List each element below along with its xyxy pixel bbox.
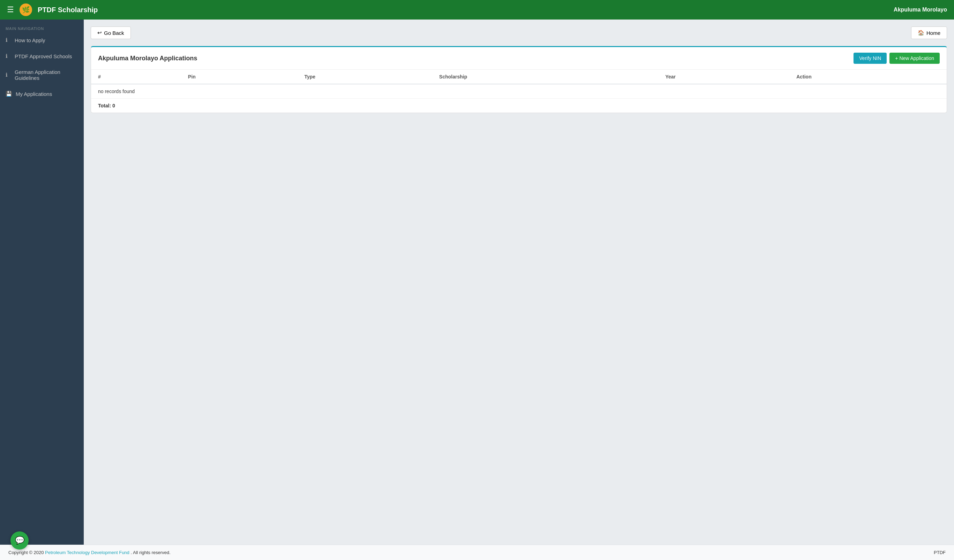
hamburger-button[interactable]: ☰: [7, 5, 14, 14]
chat-icon: 💬: [15, 536, 25, 545]
navbar: ☰ 🌿 PTDF Scholarship Akpuluma Morolayo: [0, 0, 954, 20]
top-bar: ↩ Go Back 🏠 Home: [91, 26, 947, 39]
applications-card: Akpuluma Morolayo Applications Verify NI…: [91, 46, 947, 113]
main-content: ↩ Go Back 🏠 Home Akpuluma Morolayo Appli…: [84, 20, 954, 544]
card-title: Akpuluma Morolayo Applications: [98, 55, 197, 62]
card-actions: Verify NIN + New Application: [854, 53, 940, 64]
hamburger-icon: ☰: [7, 5, 14, 14]
info-icon-2: ℹ: [6, 53, 11, 59]
home-label: Home: [926, 30, 940, 36]
sidebar-label-german-application-guidelines: German Application Guidelines: [15, 69, 78, 81]
info-icon-3: ℹ: [6, 72, 11, 78]
navbar-user: Akpuluma Morolayo: [894, 7, 947, 13]
go-back-button[interactable]: ↩ Go Back: [91, 26, 131, 39]
col-header-action: Action: [789, 70, 947, 84]
sidebar-item-ptdf-approved-schools[interactable]: ℹ PTDF Approved Schools: [0, 48, 84, 64]
navbar-logo: 🌿: [20, 3, 32, 16]
sidebar-item-my-applications[interactable]: 💾 My Applications: [0, 86, 84, 102]
footer-copyright-text: Copyright © 2020: [8, 550, 44, 555]
footer-copyright: Copyright © 2020 Petroleum Technology De…: [8, 550, 171, 555]
info-icon-1: ℹ: [6, 37, 11, 43]
col-header-scholarship: Scholarship: [432, 70, 658, 84]
footer-rights-text: . All rights reserved.: [131, 550, 170, 555]
go-back-icon: ↩: [97, 30, 102, 36]
sidebar-item-german-application-guidelines[interactable]: ℹ German Application Guidelines: [0, 64, 84, 86]
navbar-title: PTDF Scholarship: [38, 6, 98, 14]
sidebar-nav-label: MAIN NAVIGATION: [0, 24, 84, 32]
sidebar-item-how-to-apply[interactable]: ℹ How to Apply: [0, 32, 84, 48]
sidebar: MAIN NAVIGATION ℹ How to Apply ℹ PTDF Ap…: [0, 20, 84, 544]
sidebar-label-how-to-apply: How to Apply: [15, 37, 45, 43]
applications-table: # Pin Type Scholarship Year Action no re…: [91, 70, 947, 99]
footer-brand: PTDF: [934, 550, 946, 555]
footer: Copyright © 2020 Petroleum Technology De…: [0, 544, 954, 560]
new-application-button[interactable]: + New Application: [889, 53, 940, 64]
col-header-hash: #: [91, 70, 181, 84]
sidebar-label-my-applications: My Applications: [16, 91, 52, 97]
col-header-type: Type: [297, 70, 432, 84]
home-button[interactable]: 🏠 Home: [911, 26, 947, 39]
verify-nin-button[interactable]: Verify NIN: [854, 53, 887, 64]
table-row-no-records: no records found: [91, 84, 947, 99]
footer-fund-link[interactable]: Petroleum Technology Development Fund: [45, 550, 129, 555]
go-back-label: Go Back: [104, 30, 124, 36]
col-header-pin: Pin: [181, 70, 297, 84]
home-icon: 🏠: [918, 30, 924, 36]
card-header: Akpuluma Morolayo Applications Verify NI…: [91, 47, 947, 70]
no-records-cell: no records found: [91, 84, 947, 99]
chat-bubble-button[interactable]: 💬: [11, 531, 29, 549]
total-row: Total: 0: [91, 99, 947, 113]
sidebar-label-ptdf-approved-schools: PTDF Approved Schools: [15, 53, 72, 59]
col-header-year: Year: [658, 70, 789, 84]
save-icon: 💾: [6, 91, 12, 97]
